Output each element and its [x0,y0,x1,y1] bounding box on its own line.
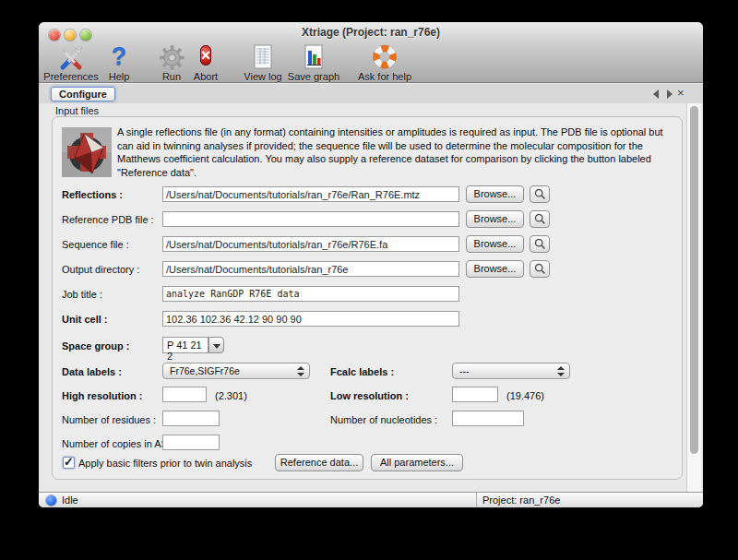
reference-pdb-inspect-button[interactable] [530,210,550,228]
space-group-dropdown-button[interactable] [208,337,224,353]
apply-filters-label: Apply basic filters prior to twin analys… [78,458,252,469]
screenshot-stage: Xtriage (Project: ran_r76e) Preferences [0,0,738,560]
low-resolution-label: Low resolution : [330,390,409,401]
output-directory-inspect-button[interactable] [530,260,550,278]
tab-bar: Configure × [39,84,703,103]
space-group-value: P 41 21 2 [162,337,208,353]
toolbar-run-button[interactable]: Run [157,44,186,83]
question-mark-icon: ? [105,44,133,71]
tab-scroll-right-icon[interactable] [667,89,673,99]
toolbar-view-log-button[interactable]: View log [242,44,284,83]
magnifier-icon [534,213,546,225]
log-document-icon [242,44,284,71]
magnifier-icon [534,188,546,200]
reference-pdb-input[interactable] [162,211,459,227]
sequence-browse-button[interactable]: Browse... [466,235,524,253]
project-label: Project: ran_r76e [482,494,560,506]
status-separator [476,493,477,507]
low-resolution-input[interactable] [452,387,498,402]
vertical-scrollbar[interactable] [686,103,701,492]
check-icon: ✓ [64,455,74,469]
high-resolution-label: High resolution : [62,390,142,401]
magnifier-icon [534,263,546,275]
tab-scroll-left-icon[interactable] [653,89,659,99]
num-residues-label: Number of residues : [62,414,156,425]
reference-data-button[interactable]: Reference data... [275,454,363,471]
tab-configure[interactable]: Configure [51,87,115,101]
window-title: Xtriage (Project: ran_r76e) [39,26,703,39]
reflections-inspect-button[interactable] [530,185,550,203]
magnifier-icon [534,238,546,250]
reference-pdb-browse-button[interactable]: Browse... [466,210,524,228]
reference-pdb-label: Reference PDB file : [62,214,154,225]
num-nucleotides-label: Number of nucleotides : [330,414,437,425]
fcalc-labels-value: --- [459,365,470,376]
fcalc-labels-popup[interactable]: --- [452,363,570,379]
toolbar-ask-for-help-label: Ask for help [354,71,415,82]
num-residues-input[interactable] [162,411,220,426]
reflections-input[interactable] [162,186,459,202]
status-text: Idle [62,494,78,506]
high-resolution-hint: (2.301) [215,390,247,401]
tools-icon [43,44,99,71]
output-directory-label: Output directory : [62,264,139,275]
xtriage-window: Xtriage (Project: ran_r76e) Preferences [39,22,703,507]
job-title-input[interactable] [162,286,459,302]
toolbar-save-graph-label: Save graph [286,71,341,82]
high-resolution-input[interactable] [162,387,207,402]
toolbar-abort-button[interactable]: × Abort [188,44,223,83]
gear-icon [157,44,186,71]
input-files-groupbox: A single reflections file (in any format… [52,116,683,480]
data-labels-popup[interactable]: Fr76e,SIGFr76e [162,363,310,379]
stepper-arrows-icon [557,366,565,376]
configure-panel: Input files [39,103,703,492]
bar-chart-icon [286,44,341,71]
toolbar-save-graph-button[interactable]: Save graph [286,44,341,83]
reflections-browse-button[interactable]: Browse... [466,185,524,203]
sequence-file-input[interactable] [162,236,459,252]
stop-x-icon: × [200,45,212,66]
job-title-label: Job title : [62,289,102,300]
toolbar-preferences-button[interactable]: Preferences [43,44,99,83]
fcalc-labels-label: Fcalc labels : [330,366,394,377]
unit-cell-label: Unit cell : [62,314,108,325]
num-nucleotides-input[interactable] [452,411,524,426]
tab-close-icon[interactable]: × [677,86,684,101]
toolbar-preferences-label: Preferences [43,71,99,82]
status-bar: Idle Project: ran_r76e [39,492,703,507]
scrollbar-thumb[interactable] [690,106,698,454]
title-bar[interactable]: Xtriage (Project: ran_r76e) [39,22,703,42]
status-indicator-icon [46,495,56,506]
output-directory-browse-button[interactable]: Browse... [466,260,524,278]
section-description: A single reflections file (in any format… [117,125,678,179]
unit-cell-input[interactable] [162,311,459,327]
all-parameters-button[interactable]: All parameters... [371,454,463,471]
toolbar-view-log-label: View log [242,71,284,82]
space-group-label: Space group : [62,340,129,351]
life-ring-icon [354,44,415,71]
toolbar-help-label: Help [105,71,133,82]
chevron-down-icon [213,344,220,349]
num-copies-asu-input[interactable] [162,435,220,450]
data-labels-value: Fr76e,SIGFr76e [170,365,240,376]
stepper-arrows-icon [297,366,304,376]
reflections-label: Reflections : [62,189,123,200]
low-resolution-hint: (19.476) [506,390,544,401]
input-files-section-label: Input files [55,105,99,116]
apply-filters-checkbox[interactable]: ✓ [63,457,75,469]
space-group-combo[interactable]: P 41 21 2 [162,337,225,353]
toolbar-run-label: Run [157,71,186,82]
toolbar-help-button[interactable]: ? Help [105,44,133,83]
toolbar-abort-label: Abort [188,71,223,82]
toolbar: Preferences ? Help [39,42,703,83]
sequence-file-label: Sequence file : [62,239,129,250]
crystal-program-icon [62,127,112,177]
sequence-inspect-button[interactable] [530,235,550,253]
toolbar-ask-for-help-button[interactable]: Ask for help [354,44,415,83]
output-directory-input[interactable] [162,261,459,277]
data-labels-label: Data labels : [62,366,122,377]
